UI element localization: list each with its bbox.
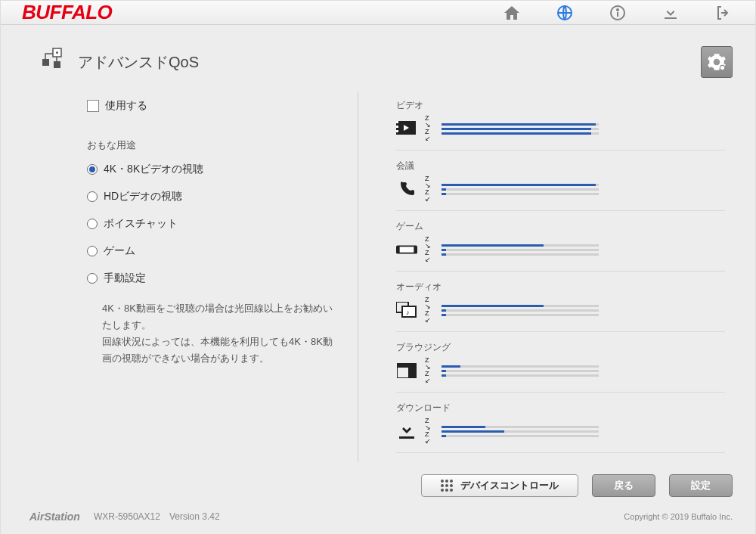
svg-point-3: [617, 9, 618, 11]
buttons-row: デバイスコントロール 戻る 設定: [1, 462, 755, 497]
radio-label: 4K・8Kビデオの視聴: [104, 163, 203, 176]
enable-checkbox[interactable]: [87, 100, 99, 112]
svg-rect-14: [396, 132, 398, 135]
category-row: Z↘Z↙: [396, 175, 725, 211]
category-row: Z↘Z↙: [396, 236, 725, 272]
logout-icon[interactable]: [713, 2, 734, 23]
usage-radio-list: 4K・8Kビデオの視聴HDビデオの視聴ボイスチャットゲーム手動設定: [87, 163, 335, 285]
enable-label: 使用する: [105, 99, 147, 113]
category-row: Z↘Z↙: [396, 115, 725, 151]
radio-button[interactable]: [87, 273, 98, 284]
header: BUFFALO: [1, 1, 755, 25]
phone-icon: [396, 181, 417, 197]
firmware-version: Version 3.42: [169, 511, 220, 522]
priority-bars: [442, 123, 725, 135]
arrows-icon: Z↘Z↙: [425, 175, 434, 203]
header-icons: [501, 2, 734, 23]
radio-button[interactable]: [87, 191, 98, 202]
info-icon[interactable]: [607, 2, 628, 23]
category-label: ビデオ: [396, 99, 725, 112]
svg-rect-21: [397, 363, 417, 368]
arrows-icon: Z↘Z↙: [425, 418, 434, 445]
page-title: アドバンスドQoS: [78, 52, 199, 73]
grid-icon: [441, 480, 453, 492]
priority-bars: [442, 244, 725, 256]
arrows-icon: Z↘Z↙: [425, 236, 434, 263]
priority-bars: [442, 184, 725, 195]
left-column: 使用する おもな用途 4K・8Kビデオの視聴HDビデオの視聴ボイスチャットゲーム…: [40, 92, 358, 462]
radio-button[interactable]: [87, 219, 98, 229]
radio-button[interactable]: [87, 246, 98, 256]
video-icon: [396, 120, 417, 137]
svg-point-5: [56, 51, 58, 54]
category-block: オーディオ♪Z↘Z↙: [396, 281, 725, 332]
arrows-icon: Z↘Z↙: [425, 115, 434, 142]
svg-rect-22: [408, 368, 417, 378]
model-name: WXR-5950AX12: [94, 511, 160, 522]
arrows-icon: Z↘Z↙: [425, 357, 434, 384]
footer: AirStation WXR-5950AX12 Version 3.42 Cop…: [1, 497, 755, 534]
radio-label: 手動設定: [104, 272, 146, 285]
category-row: Z↘Z↙: [396, 357, 725, 393]
apply-button[interactable]: 設定: [669, 474, 733, 497]
usage-option[interactable]: ボイスチャット: [87, 217, 335, 231]
usage-option[interactable]: 手動設定: [87, 272, 335, 285]
page-title-row: アドバンスドQoS: [1, 25, 755, 92]
download-icon[interactable]: [660, 2, 681, 23]
priority-bars: [442, 365, 725, 377]
back-button[interactable]: 戻る: [592, 474, 655, 497]
usage-heading: おもな用途: [87, 138, 335, 152]
browse-icon: [396, 362, 417, 379]
copyright: Copyright © 2019 Buffalo Inc.: [624, 512, 733, 521]
home-icon[interactable]: [501, 2, 522, 23]
category-label: ダウンロード: [396, 402, 725, 414]
audio-icon: ♪: [396, 302, 417, 318]
svg-rect-6: [42, 59, 49, 66]
usage-option[interactable]: 4K・8Kビデオの視聴: [87, 163, 335, 176]
svg-rect-13: [396, 128, 398, 130]
airstation-logo: AirStation: [29, 511, 80, 523]
category-label: オーディオ: [396, 281, 725, 293]
category-label: 会議: [396, 160, 725, 172]
content: アドバンスドQoS 使用する おもな用途 4K・8Kビデオの視聴HDビデオの視聴…: [1, 25, 755, 534]
category-block: 会議Z↘Z↙: [396, 160, 725, 211]
category-row: ♪Z↘Z↙: [396, 296, 725, 332]
download-icon: [396, 423, 417, 439]
priority-bars: [442, 426, 725, 437]
svg-rect-12: [396, 123, 398, 126]
usage-option[interactable]: HDビデオの視聴: [87, 190, 335, 203]
svg-point-8: [720, 65, 725, 70]
radio-label: HDビデオの視聴: [104, 190, 182, 203]
advanced-settings-button[interactable]: [701, 46, 733, 78]
category-label: ゲーム: [396, 220, 725, 233]
app-window: BUFFALO アドバンスドQoS 使用する おもな: [0, 0, 756, 534]
category-block: ゲームZ↘Z↙: [396, 220, 725, 272]
brand-logo: BUFFALO: [22, 1, 112, 24]
radio-label: ゲーム: [104, 244, 135, 258]
right-column: ビデオZ↘Z↙会議Z↘Z↙ゲームZ↘Z↙オーディオ♪Z↘Z↙ブラウジングZ↘Z↙…: [358, 92, 733, 462]
arrows-icon: Z↘Z↙: [425, 296, 434, 324]
category-row: Z↘Z↙: [396, 418, 725, 453]
usage-option[interactable]: ゲーム: [87, 244, 335, 258]
radio-label: ボイスチャット: [104, 217, 178, 231]
svg-rect-16: [400, 247, 414, 252]
main-panel: 使用する おもな用途 4K・8Kビデオの視聴HDビデオの視聴ボイスチャットゲーム…: [1, 92, 755, 462]
svg-rect-7: [54, 61, 60, 68]
radio-button[interactable]: [87, 164, 98, 175]
category-list: ビデオZ↘Z↙会議Z↘Z↙ゲームZ↘Z↙オーディオ♪Z↘Z↙ブラウジングZ↘Z↙…: [396, 99, 725, 453]
enable-checkbox-row[interactable]: 使用する: [87, 99, 335, 113]
device-control-button[interactable]: デバイスコントロール: [421, 474, 578, 497]
category-block: ビデオZ↘Z↙: [396, 99, 725, 151]
usage-note: 4K・8K動画をご視聴の場合は光回線以上をお勧めいたします。回線状況によっては、…: [87, 300, 335, 367]
page-qos-icon: [40, 48, 66, 76]
category-label: ブラウジング: [396, 341, 725, 354]
category-block: ダウンロードZ↘Z↙: [396, 402, 725, 453]
priority-bars: [442, 305, 725, 316]
globe-icon[interactable]: [554, 2, 575, 23]
svg-text:♪: ♪: [406, 309, 410, 316]
game-icon: [396, 241, 417, 258]
category-block: ブラウジングZ↘Z↙: [396, 341, 725, 393]
